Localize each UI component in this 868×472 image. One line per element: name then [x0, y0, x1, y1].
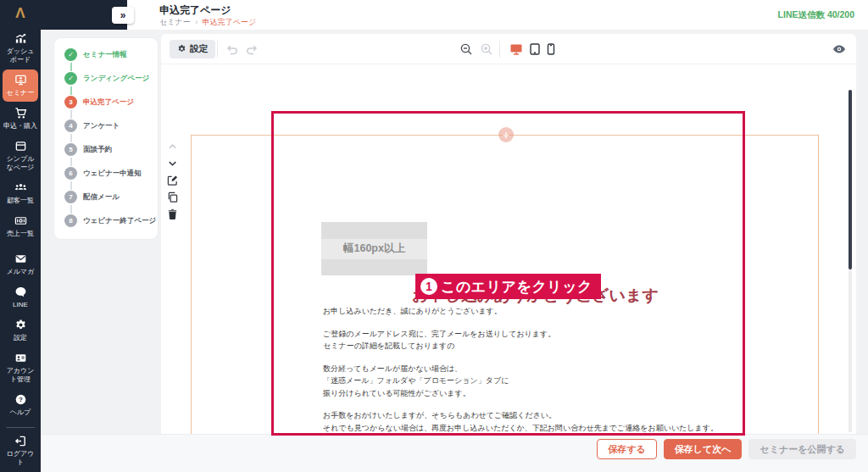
phone-icon[interactable] [544, 42, 558, 56]
canvas-scrollbar-thumb[interactable] [849, 90, 852, 269]
step-circle: 8 [64, 214, 77, 227]
step-label: 配信メール [83, 191, 120, 203]
step-circle: 7 [64, 191, 77, 203]
click-instruction-badge: 1 このエリアをクリック [415, 274, 601, 299]
sidebar-item-label: 設定 [14, 334, 27, 342]
chevron-up-icon[interactable] [167, 140, 179, 152]
mail-icon [14, 253, 27, 265]
stepper-step-8[interactable]: 8ウェビナー終了ページ [64, 214, 153, 238]
sidebar-item-customers[interactable]: 顧客一覧 [3, 177, 38, 209]
sidebar-item-label: ダッシュボード [3, 47, 37, 64]
email-paragraph: お申し込みいただき、誠にありがとうございます。 [323, 305, 781, 318]
idcard-icon [14, 352, 27, 364]
editor-toolbar: 設定 [161, 34, 856, 64]
image-placeholder[interactable]: 幅160px以上 [321, 222, 427, 275]
sidebar-item-label: 顧客一覧 [7, 197, 34, 205]
zoom-in-icon[interactable] [480, 42, 493, 56]
page-icon [14, 140, 27, 153]
sidebar-item-mailmag[interactable]: メルマガ [3, 248, 38, 280]
sidebar-collapse-button[interactable]: » [112, 7, 134, 24]
sidebar-item-label: 申込・購入 [3, 122, 37, 130]
save-and-next-button[interactable]: 保存して次へ [664, 439, 743, 459]
breadcrumb-separator: › [195, 18, 198, 26]
desktop-icon[interactable] [509, 42, 523, 56]
eye-icon[interactable] [832, 42, 846, 56]
save-button[interactable]: 保存する [597, 439, 657, 459]
redo-icon[interactable] [245, 42, 259, 56]
sidebar-item-label: ログアウト [3, 450, 37, 467]
email-paragraph: ご登録のメールアドレス宛に、完了メールをお送りしております。セミナーの詳細を記載… [323, 328, 781, 353]
sidebar-item-logout[interactable]: ログアウト [3, 430, 38, 471]
stepper-step-7[interactable]: 7配信メール [64, 191, 153, 214]
step-circle: ✓ [64, 72, 77, 85]
step-connector [70, 110, 72, 119]
step-label: 面談予約 [83, 143, 112, 156]
sidebar-item-label: アカウント管理 [3, 367, 37, 384]
step-connector [70, 181, 72, 190]
step-connector [70, 205, 72, 214]
tablet-icon[interactable] [528, 42, 542, 56]
sidebar-group-bottom: メルマガLINE設定アカウント管理?ヘルプ [0, 247, 41, 422]
stepper-step-5[interactable]: 5面談予約 [64, 143, 153, 167]
svg-text:?: ? [19, 396, 23, 403]
app-sidebar: Λ ダッシュボードセミナー申込・購入シンプルなページ顧客一覧売上一覧 メルマガL… [0, 0, 41, 472]
chat-icon [14, 286, 27, 298]
sidebar-item-sales[interactable]: 売上一覧 [3, 210, 38, 242]
step-label: 申込完了ページ [83, 96, 134, 108]
step-circle: 6 [64, 167, 77, 180]
zoom-out-icon[interactable] [459, 42, 473, 56]
stepper-step-6[interactable]: 6ウェビナー中通知 [64, 167, 153, 191]
step-connector [70, 134, 72, 142]
gear-icon [177, 44, 186, 55]
sidebar-item-label: メルマガ [7, 268, 35, 276]
editor-canvas: + 幅160px以上 お申し込みありがとうございます お申し込みいただき、誠にあ… [161, 65, 856, 435]
gear-icon [14, 319, 27, 331]
breadcrumb-current: 申込完了ページ [203, 18, 256, 26]
page-header: 申込完了ページ セミナー › 申込完了ページ LINE送信数 40/200 [41, 0, 868, 30]
sidebar-item-help[interactable]: ?ヘルプ [3, 389, 38, 421]
sidebar-item-line[interactable]: LINE [3, 281, 38, 314]
breadcrumb: セミナー › 申込完了ページ [159, 17, 256, 28]
stepper-step-4[interactable]: 4アンケート [64, 119, 153, 143]
chevron-down-icon[interactable] [167, 157, 179, 169]
help-icon: ? [14, 393, 27, 406]
sidebar-group-logout: ログアウト [0, 430, 41, 472]
email-block-section[interactable]: 幅160px以上 お申し込みありがとうございます お申し込みいただき、誠にありが… [191, 135, 819, 466]
email-paragraph: 数分経ってもメールが届かない場合は、「迷惑メール」フォルダや「プロモーション」タ… [323, 363, 781, 400]
add-block-button[interactable]: + [498, 127, 514, 142]
footer-bar: 保存する 保存して次へ セミナーを公開する [41, 434, 868, 472]
trash-icon[interactable] [167, 208, 179, 219]
copy-icon[interactable] [167, 191, 179, 203]
sidebar-item-orders[interactable]: 申込・購入 [3, 103, 38, 135]
step-label: ランディングページ [83, 72, 149, 85]
sidebar-item-settings[interactable]: 設定 [3, 314, 38, 347]
stepper-step-3[interactable]: 3申込完了ページ [64, 96, 153, 119]
seminar-stepper: ✓セミナー情報✓ランディングページ3申込完了ページ4アンケート5面談予約6ウェビ… [54, 38, 158, 239]
sidebar-group-top: ダッシュボードセミナー申込・購入シンプルなページ顧客一覧売上一覧 [0, 27, 41, 243]
sidebar-divider [6, 427, 35, 428]
undo-icon[interactable] [225, 42, 239, 56]
step-label: セミナー情報 [83, 48, 127, 61]
sidebar-item-label: 売上一覧 [7, 230, 34, 238]
logout-icon [14, 435, 27, 447]
step-connector [70, 158, 72, 166]
page-title: 申込完了ページ [159, 3, 231, 18]
footer-buttons: 保存する 保存して次へ セミナーを公開する [597, 439, 856, 459]
sidebar-item-seminar[interactable]: セミナー [3, 69, 38, 102]
stepper-step-2[interactable]: ✓ランディングページ [64, 72, 153, 96]
sidebar-item-dashboard[interactable]: ダッシュボード [3, 28, 38, 69]
sidebar-item-account[interactable]: アカウント管理 [3, 347, 38, 388]
breadcrumb-root[interactable]: セミナー [159, 18, 191, 26]
step-one-marker: 1 [420, 278, 437, 295]
edit-icon[interactable] [167, 174, 179, 186]
publish-seminar-button[interactable]: セミナーを公開する [748, 439, 856, 459]
sidebar-item-label: ヘルプ [10, 408, 31, 417]
money-icon [14, 214, 27, 227]
cart-icon [14, 107, 27, 119]
editor-panel: 設定 + 幅160px以上 お申し込みありがとうござ [161, 34, 856, 435]
settings-button[interactable]: 設定 [170, 40, 215, 58]
email-paragraph: お手数をおかけいたしますが、そちらもあわせてご確認ください。それでも見つからない… [323, 409, 781, 434]
sidebar-item-label: LINE [13, 301, 28, 309]
stepper-step-1[interactable]: ✓セミナー情報 [64, 48, 153, 72]
sidebar-item-simple-page[interactable]: シンプルなページ [3, 136, 38, 176]
